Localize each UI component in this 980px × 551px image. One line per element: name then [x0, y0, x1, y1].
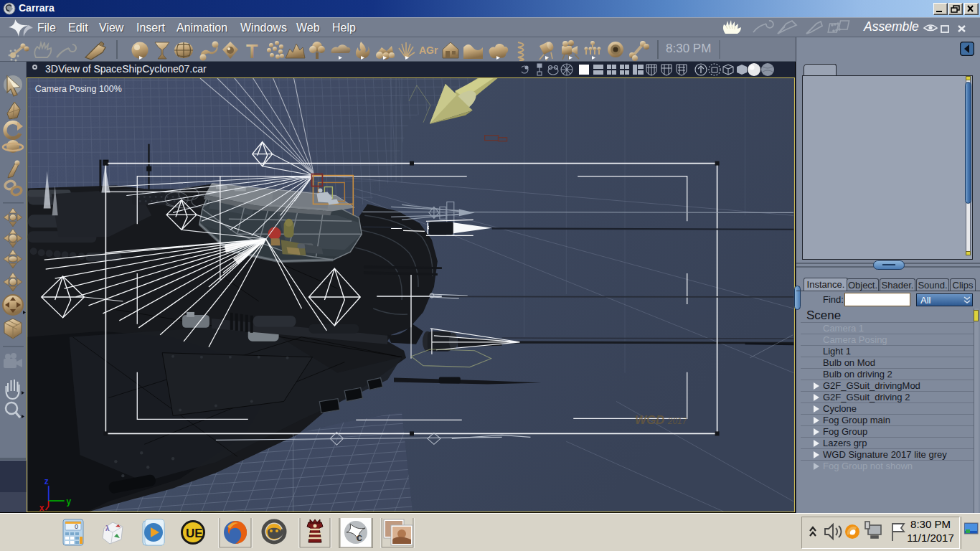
- svg-text:y: y: [67, 496, 72, 507]
- svg-text:0: 0: [75, 523, 78, 530]
- svg-text:2017: 2017: [667, 416, 688, 426]
- svg-text:T: T: [246, 41, 258, 62]
- svg-text:Assemble: Assemble: [863, 19, 919, 34]
- svg-text:Camera Posing 100%: Camera Posing 100%: [35, 84, 122, 94]
- svg-text:C: C: [357, 534, 362, 542]
- svg-text:z: z: [44, 476, 49, 486]
- svg-text:AGr: AGr: [419, 44, 438, 56]
- svg-text:WGD: WGD: [635, 413, 664, 427]
- svg-text:λ: λ: [105, 524, 110, 532]
- svg-text:x: x: [39, 503, 44, 512]
- svg-text:UE: UE: [186, 527, 203, 540]
